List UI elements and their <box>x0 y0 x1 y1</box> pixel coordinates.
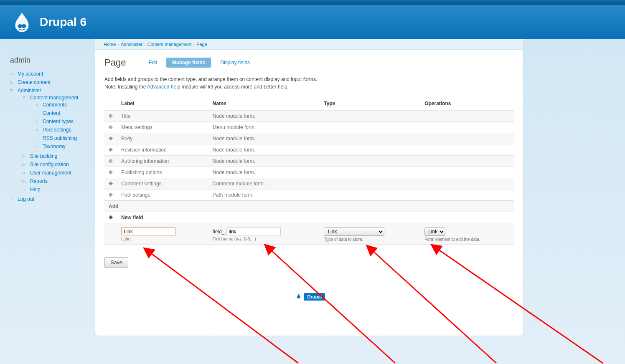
breadcrumb-separator: › <box>193 42 195 47</box>
sidebar-link[interactable]: My account <box>18 71 43 77</box>
row-label: Authoring information <box>117 156 208 167</box>
breadcrumb-separator: › <box>117 42 119 47</box>
sidebar-link[interactable]: Post settings <box>43 127 71 133</box>
field-label-hint: Label <box>121 237 204 241</box>
save-button[interactable]: Save <box>104 257 128 268</box>
sidebar-item: Comments <box>35 101 88 109</box>
advanced-help-link[interactable]: Advanced help <box>147 84 180 90</box>
sidebar-item: Taxonomy <box>35 142 88 151</box>
field-name-prefix: field_ <box>213 229 225 235</box>
row-name: Path module form. <box>208 190 320 201</box>
sidebar-link[interactable]: Taxonomy <box>43 144 66 149</box>
sidebar-item: Content types <box>35 117 88 126</box>
field-type-select[interactable]: Link <box>324 228 384 236</box>
drag-handle-icon[interactable]: ✥ <box>104 144 117 156</box>
add-section-header: Add <box>104 201 514 212</box>
drag-handle-icon[interactable]: ✥ <box>104 133 117 144</box>
field-label-input[interactable] <box>121 228 175 235</box>
sidebar-link[interactable]: Content <box>43 110 60 116</box>
sidebar-title: admin <box>10 56 88 65</box>
breadcrumb-link[interactable]: Administer <box>121 42 142 47</box>
sidebar-item: Content <box>35 109 88 117</box>
sidebar-link[interactable]: Comments <box>43 102 67 108</box>
table-row: ✥Revision informationNode module form. <box>104 144 514 156</box>
drupal-badge-text: Drupal <box>304 293 325 300</box>
sidebar-item: Log out <box>10 195 88 203</box>
row-name: Node module form. <box>208 167 320 178</box>
field-type-hint: Type of data to store. <box>324 237 416 242</box>
drupal-badge-icon <box>293 293 304 301</box>
table-row: ✥Menu settingsMenu module form. <box>104 122 514 133</box>
table-row: ✥Comment settingsComment module form. <box>104 178 514 190</box>
sidebar-link[interactable]: User management <box>30 170 71 176</box>
fields-table: Label Name Type Operations ✥TitleNode mo… <box>104 97 514 245</box>
sidebar-item: Site building <box>23 152 88 160</box>
col-type: Type <box>320 97 420 110</box>
row-label: Title <box>117 110 208 122</box>
sidebar-link[interactable]: Content types <box>43 119 74 124</box>
sidebar-link[interactable]: Site building <box>30 153 57 159</box>
table-row: ✥Authoring informationNode module form. <box>104 156 514 167</box>
footer: Drupal <box>104 268 514 313</box>
sidebar-link[interactable]: Site configuration <box>30 162 69 167</box>
sidebar-item: Post settings <box>35 126 88 134</box>
drag-handle-icon[interactable]: ✥ <box>104 122 117 133</box>
col-operations: Operations <box>420 97 514 110</box>
sidebar-item: Reports <box>23 177 88 185</box>
main-content: Home›Administer›Content management›Page … <box>95 39 523 336</box>
row-name: Node module form. <box>208 156 320 167</box>
sidebar-link[interactable]: Create content <box>18 79 51 85</box>
sidebar-link[interactable]: Help <box>30 187 41 192</box>
row-name: Menu module form. <box>208 122 320 133</box>
sidebar-link[interactable]: Administer <box>18 88 41 94</box>
breadcrumb-separator: › <box>144 42 146 47</box>
row-name: Node module form. <box>208 133 320 144</box>
row-label: Revision information <box>117 144 208 156</box>
drag-handle-icon[interactable]: ✥ <box>104 167 117 178</box>
drag-handle-icon[interactable]: ✥ <box>104 212 117 223</box>
breadcrumb-current: Page <box>196 42 207 47</box>
field-widget-select[interactable]: Link <box>424 228 445 236</box>
tab[interactable]: Display fields <box>214 58 256 68</box>
drag-handle-icon[interactable]: ✥ <box>104 178 117 190</box>
sidebar: admin My accountCreate contentAdminister… <box>0 39 95 336</box>
sidebar-link[interactable]: Reports <box>30 178 48 184</box>
row-name: Node module form. <box>208 110 320 122</box>
field-widget-hint: Form element to edit the data. <box>424 237 510 242</box>
table-row: ✥BodyNode module form. <box>104 133 514 144</box>
drupal-badge-link[interactable]: Drupal <box>293 293 325 301</box>
sidebar-item: Site configuration <box>23 160 88 169</box>
sidebar-item: AdministerContent managementCommentsCont… <box>10 86 88 195</box>
breadcrumb-link[interactable]: Content management <box>147 42 192 47</box>
tab[interactable]: Manage fields <box>166 58 211 68</box>
col-name: Name <box>208 97 320 110</box>
new-field-label: New field <box>117 212 514 223</box>
tabs: EditManage fieldsDisplay fields <box>142 58 256 68</box>
sidebar-link[interactable]: Log out <box>18 196 34 202</box>
sidebar-item: Create content <box>10 78 88 86</box>
drag-handle-icon[interactable]: ✥ <box>104 156 117 167</box>
intro-text-2: Note: Installing the Advanced help modul… <box>104 84 514 90</box>
row-label: Path settings <box>117 190 208 201</box>
sidebar-link[interactable]: RSS publishing <box>43 135 77 141</box>
row-label: Comment settings <box>117 178 208 190</box>
sidebar-link[interactable]: Content management <box>30 95 78 101</box>
svg-point-1 <box>22 24 26 28</box>
sidebar-item: User management <box>23 169 88 177</box>
field-name-hint: Field name (a-z, 0-9, _) <box>213 237 316 241</box>
drupal-logo-icon <box>13 12 31 33</box>
sidebar-item: RSS publishing <box>35 134 88 142</box>
site-name: Drupal 6 <box>40 15 86 29</box>
row-name: Comment module form. <box>208 178 320 190</box>
site-header: Drupal 6 <box>0 5 625 39</box>
field-name-input[interactable] <box>226 228 281 235</box>
breadcrumb-link[interactable]: Home <box>104 42 116 47</box>
drag-handle-icon[interactable]: ✥ <box>104 190 117 201</box>
top-accent-bar <box>0 0 625 5</box>
page-title: Page <box>104 57 126 68</box>
row-name: Node module form. <box>208 144 320 156</box>
drag-handle-icon[interactable]: ✥ <box>104 110 117 122</box>
col-label: Label <box>117 97 208 110</box>
table-row: ✥Publishing optionsNode module form. <box>104 167 514 178</box>
tab[interactable]: Edit <box>142 58 163 68</box>
